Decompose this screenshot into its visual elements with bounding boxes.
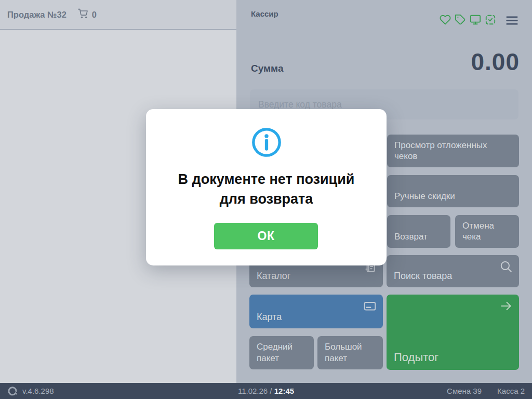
credit-card-icon (363, 299, 377, 316)
button-label: Каталог (257, 270, 290, 282)
medium-bag-button[interactable]: Средний пакет (249, 336, 314, 369)
button-label: Карта (257, 311, 282, 323)
button-label: Просмотр отложенных чеков (394, 140, 512, 162)
date-time-separator: / (270, 387, 272, 395)
status-icons (440, 14, 496, 28)
view-postponed-receipts-button[interactable]: Просмотр отложенных чеков (387, 135, 519, 167)
cancel-receipt-button[interactable]: Отмена чека (455, 215, 519, 248)
sale-header: Продажа №32 0 (0, 0, 236, 30)
large-bag-button[interactable]: Большой пакет (317, 336, 383, 369)
subtotal-button[interactable]: Подытог (387, 295, 519, 370)
time-text: 12:45 (274, 387, 294, 395)
tag-icon (455, 14, 466, 28)
cart-icon (78, 8, 88, 21)
product-search-button[interactable]: Поиск товара (387, 255, 519, 287)
refund-button[interactable]: Возврат (387, 215, 450, 248)
heart-icon (440, 14, 451, 28)
date-text: 11.02.26 (238, 387, 268, 395)
monitor-icon (470, 14, 481, 28)
cart-count: 0 (92, 10, 97, 20)
button-label: Отмена чека (462, 220, 512, 243)
status-bar: v.4.6.298 11.02.26 / 12:45 Смена 39 Касс… (0, 383, 532, 399)
scan-check-icon (485, 14, 496, 28)
manual-discounts-button[interactable]: Ручные скидки (387, 175, 519, 207)
info-dialog: В документе нет позиций для возврата ОК (146, 109, 387, 265)
header-status-row (440, 13, 520, 28)
button-label: Подытог (394, 350, 438, 365)
shift-label: Смена 39 (447, 387, 482, 395)
button-label: Возврат (394, 231, 428, 242)
button-label: Средний пакет (257, 341, 307, 364)
arrow-right-icon (499, 299, 513, 316)
menu-icon[interactable] (504, 13, 520, 28)
cashier-title: Кассир (251, 9, 278, 18)
register-label: Касса 2 (497, 387, 525, 395)
dialog-message: В документе нет позиций для возврата (170, 169, 363, 209)
cart-indicator: 0 (78, 8, 97, 21)
sale-title: Продажа №32 (7, 10, 66, 20)
card-payment-button[interactable]: Карта (249, 295, 383, 328)
status-bar-right: Смена 39 Касса 2 (447, 387, 525, 395)
ok-button[interactable]: ОК (214, 223, 318, 249)
button-label: Поиск товара (394, 270, 452, 282)
sum-label: Сумма (251, 63, 283, 74)
button-label: Большой пакет (325, 341, 376, 364)
search-icon (499, 260, 513, 276)
sum-value: 0.00 (471, 48, 520, 76)
button-label: Ручные скидки (394, 191, 455, 202)
info-icon (146, 126, 387, 158)
